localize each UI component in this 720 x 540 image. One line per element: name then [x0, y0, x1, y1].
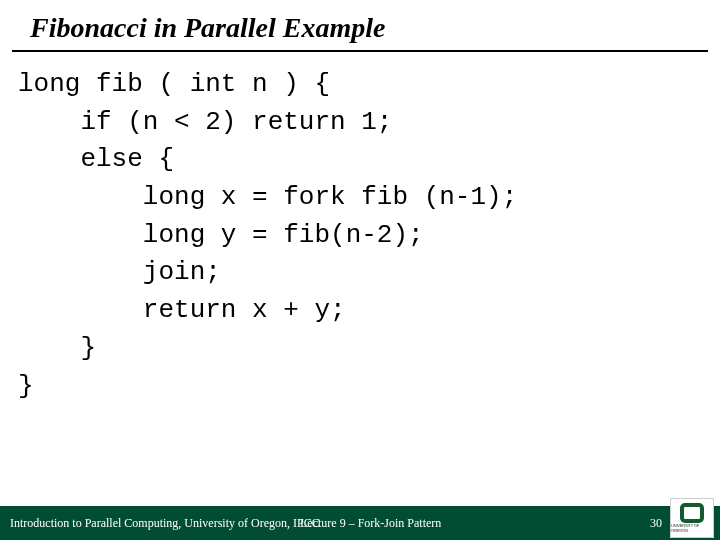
footer-center-text: Lecture 9 – Fork-Join Pattern	[300, 516, 441, 531]
footer-left-text: Introduction to Parallel Computing, Univ…	[0, 516, 320, 531]
university-logo: UNIVERSITY OF OREGON	[670, 498, 714, 538]
oregon-o-icon	[680, 503, 704, 523]
logo-caption: UNIVERSITY OF OREGON	[671, 523, 713, 533]
footer-bar: Introduction to Parallel Computing, Univ…	[0, 506, 720, 540]
code-block: long fib ( int n ) { if (n < 2) return 1…	[0, 52, 720, 419]
slide-title: Fibonacci in Parallel Example	[12, 0, 708, 52]
page-number: 30	[650, 516, 662, 531]
